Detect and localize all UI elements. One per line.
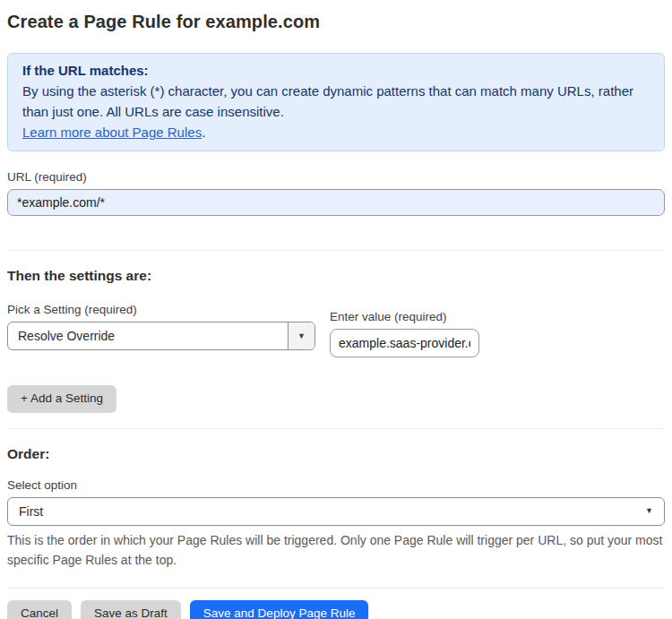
pick-setting-arrow-cell[interactable]: ▼ [288, 322, 314, 349]
select-option-label: Select option [7, 478, 665, 492]
pick-setting-label: Pick a Setting (required) [7, 303, 315, 316]
settings-section-heading: Then the settings are: [7, 268, 665, 284]
footer-divider [7, 588, 665, 589]
enter-value-label: Enter value (required) [330, 310, 479, 323]
url-label: URL (required) [7, 170, 665, 184]
section-divider [7, 428, 665, 429]
add-setting-button[interactable]: + Add a Setting [7, 385, 116, 413]
order-help-text: This is the order in which your Page Rul… [7, 530, 665, 570]
chevron-down-icon: ▼ [297, 332, 306, 340]
order-selected-value: First [19, 504, 43, 519]
info-box-body: By using the asterisk (*) character, you… [22, 81, 650, 142]
url-matches-info-box: If the URL matches: By using the asteris… [7, 53, 665, 151]
learn-more-link[interactable]: Learn more about Page Rules [22, 125, 202, 140]
page-title: Create a Page Rule for example.com [7, 12, 665, 32]
chevron-down-icon: ▼ [645, 507, 653, 515]
save-deploy-button[interactable]: Save and Deploy Page Rule [190, 600, 369, 619]
enter-value-column: Enter value (required) [330, 291, 479, 357]
info-box-heading: If the URL matches: [22, 60, 650, 81]
section-divider [7, 250, 665, 251]
pick-setting-select[interactable]: Resolve Override ▼ [7, 322, 315, 350]
url-input[interactable] [7, 189, 665, 216]
save-draft-button[interactable]: Save as Draft [81, 600, 181, 619]
order-select[interactable]: First ▼ [7, 497, 665, 526]
info-box-body-text: By using the asterisk (*) character, you… [22, 83, 633, 119]
cancel-button[interactable]: Cancel [7, 600, 72, 619]
settings-row: Pick a Setting (required) Resolve Overri… [7, 284, 665, 357]
enter-value-input[interactable] [330, 329, 479, 357]
pick-setting-selected-value: Resolve Override [8, 329, 288, 343]
footer-actions: Cancel Save as Draft Save and Deploy Pag… [7, 600, 665, 619]
order-section-heading: Order: [7, 446, 665, 462]
pick-setting-column: Pick a Setting (required) Resolve Overri… [7, 284, 315, 350]
link-suffix: . [202, 125, 205, 140]
